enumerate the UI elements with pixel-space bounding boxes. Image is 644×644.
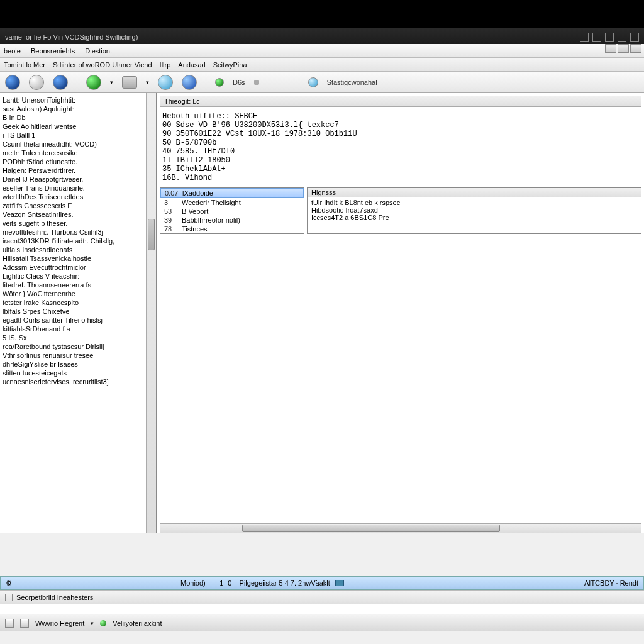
vertical-scrollbar[interactable] (146, 93, 156, 533)
vw-brand-icon-2[interactable] (53, 75, 68, 90)
module-row[interactable]: 53B Vebort (160, 207, 304, 216)
module-row[interactable]: 3Wecderir Theilsight (160, 198, 304, 207)
tree-item[interactable]: Lantt: UnersoriToighhtit: (3, 96, 153, 104)
gear-icon[interactable]: ⚙ (6, 579, 12, 587)
tree-item[interactable]: mevotltifesihn:. Tlurbor.s Csiihil3j (3, 228, 153, 236)
status-dot-icon (215, 78, 224, 87)
module-row[interactable]: 78Tistnces (160, 225, 304, 233)
tree-item[interactable]: litedref. Thoannseneererra fs (3, 280, 153, 289)
tree-item[interactable]: Haigen: Perswerdrtirrer. (3, 166, 153, 175)
diag-log: Heboth uifite:: SEBCE00 Sdse VD B'96 U38… (157, 109, 644, 185)
log-line: Heboth uifite:: SEBCE (162, 112, 639, 121)
tab-3[interactable]: Illrp (160, 61, 171, 69)
separator (77, 75, 77, 90)
tree-item[interactable]: PODhi: f5tlad etiunestte. (3, 157, 153, 166)
mdi-min-icon[interactable] (605, 44, 616, 53)
world-icon[interactable] (182, 75, 197, 90)
toolbar-label-d3: D6s (233, 79, 245, 86)
tree-item[interactable]: iracnt3013KDR t'itlirate adt:. Chilsllg, (3, 236, 153, 245)
connect-icon[interactable] (86, 75, 101, 90)
menu-bar: beole Beonsreniehts Diestion. (0, 44, 644, 58)
tree-item[interactable]: Hilisatail Tsassvenickalhostie (3, 254, 153, 263)
tree-item[interactable]: B In Db (3, 113, 153, 122)
tree-item[interactable]: 5 IS. Sx (3, 333, 153, 342)
tree-item[interactable]: egadtl Ourls santter Tilrei o hislsj (3, 316, 153, 325)
dropdown-arrow-icon[interactable]: ▾ (91, 620, 94, 626)
tree-item[interactable]: sust Aalosia) Aquluight: (3, 104, 153, 113)
app-icon[interactable] (5, 619, 14, 628)
tree-item[interactable]: meitr: Tnleentercesnsike (3, 148, 153, 157)
tree-item[interactable]: Vthrisorlinus renuarsur tresee (3, 351, 153, 360)
checkbox-icon[interactable] (5, 594, 13, 601)
tab-2[interactable]: Sdiinter of woROD Ulaner Viend (53, 61, 152, 69)
taskbar-item-2[interactable]: Veliiyoferilaxkiht (113, 619, 162, 627)
menu-options[interactable]: Diestion. (85, 47, 112, 55)
status-dot-icon (100, 620, 106, 626)
tree-item[interactable]: rea/Raretbound tystascsur Dirislij (3, 342, 153, 351)
tree-item[interactable]: Lighltic Clacs V iteacshir: (3, 272, 153, 280)
module-row[interactable]: 39Babblhrreofor nolil) (160, 216, 304, 225)
taskbar-item-1[interactable]: Wwvrio Hegrent (35, 619, 84, 627)
tree-item[interactable]: eselfer Trans Dinouansirle. (3, 184, 153, 192)
minimize-icon[interactable] (580, 33, 589, 42)
close-icon[interactable] (630, 33, 639, 42)
dropdown-arrow-icon[interactable]: ▾ (146, 79, 149, 86)
dropdown-arrow-icon[interactable]: ▾ (110, 79, 113, 86)
help-icon[interactable] (618, 33, 626, 42)
tree-item[interactable]: zatfiifs Chesseescris E (3, 201, 153, 210)
tree-item[interactable]: lbIfals Srpes Chixetve (3, 307, 153, 316)
log-line: 16B. Vihond (162, 174, 639, 182)
status-text-right: ÄITCBDY · Rendt (584, 579, 638, 587)
main-area: Lantt: UnersoriToighhtit:sust Aalosia) A… (0, 93, 644, 533)
globe-icon[interactable] (158, 75, 173, 90)
fault-line: tUir IhdIt k BL8nt eb k rspsec (311, 199, 637, 206)
tab-4[interactable]: Andasad (178, 61, 205, 69)
mdi-close-icon[interactable] (630, 44, 641, 53)
audi-brand-icon[interactable] (29, 75, 44, 90)
tree-item[interactable]: i TS Balll 1- (3, 131, 153, 140)
tree-item[interactable]: wterltlhDes Teriseenetldes (3, 192, 153, 201)
module-list-pane: 0.07lXaddoide3Wecderir Theilsight53B Veb… (160, 187, 304, 234)
status-globe-icon (308, 77, 318, 87)
indicator-icon (254, 80, 259, 85)
log-line: 90 350T601E22 VCst 10UX-18 1978:3l0 Obib… (162, 130, 639, 138)
separator (206, 75, 206, 90)
status-bar-primary: ⚙ Moniod) = -=1 -0 – Pilgegeiistar 5 4 7… (0, 576, 644, 590)
tree-item[interactable]: veits sugefit b theser. (3, 219, 153, 228)
module-row[interactable]: 0.07lXaddoide (160, 188, 304, 198)
app-icon[interactable] (20, 619, 29, 628)
diag-log-header: Thieogit: Lc (160, 96, 641, 107)
device-icon[interactable] (122, 76, 137, 89)
restore-icon[interactable] (605, 33, 614, 42)
menu-file[interactable]: beole (4, 47, 21, 55)
left-tree-panel[interactable]: Lantt: UnersoriToighhtit:sust Aalosia) A… (0, 93, 157, 533)
tree-item[interactable]: Danel lJ Reaspotgrtweser. (3, 175, 153, 184)
vw-brand-icon[interactable] (5, 75, 20, 90)
tree-item[interactable]: slitten tucesteicegats (3, 369, 153, 377)
tree-item[interactable]: Veazqn Sntseatinrlires. (3, 210, 153, 219)
tree-item[interactable]: Geek Aolhitlieari wentse (3, 122, 153, 131)
mdi-max-icon[interactable] (618, 44, 629, 53)
horizontal-scrollbar[interactable] (160, 523, 641, 533)
tree-item[interactable]: dhrleSigiYslise br Isases (3, 360, 153, 369)
log-line: 00 Sdse VD B'96 U38200DX53i3.l{ texkcc7 (162, 121, 639, 130)
tab-bar: Tomint lo Mer Sdiinter of woROD Ulaner V… (0, 58, 644, 72)
tree-item[interactable]: ucnaesnlserietervises. recruritilst3] (3, 377, 153, 386)
scrollbar-thumb[interactable] (242, 525, 500, 532)
fault-line: Hibdsootic Iroat7saxd (311, 206, 637, 214)
fault-pane: Hlgnsss tUir IhdIt k BL8nt eb k rspsecHi… (307, 187, 641, 234)
scrollbar-thumb[interactable] (148, 219, 155, 250)
tree-item[interactable]: ultials Insdesadloenafs (3, 245, 153, 254)
tree-item[interactable]: Csuiril thetanineadidht: VCCD) (3, 140, 153, 148)
status-secondary-text: Seorpetibrlid Ineahesters (16, 594, 93, 601)
tab-5[interactable]: ScitwyPina (213, 61, 247, 69)
window-title: vame for Iie Fo Vin VCDSighhrd Swillicti… (5, 33, 138, 41)
maximize-icon[interactable] (592, 33, 601, 42)
tab-1[interactable]: Tomint lo Mer (4, 61, 45, 69)
tree-item[interactable]: tetster Irake Kasnecspito (3, 298, 153, 307)
log-line: 35 ICheklAbAt+ (162, 165, 639, 174)
tree-item[interactable]: Adcssm Evecuttrochtmiclor (3, 263, 153, 272)
tree-item[interactable]: kittiablsSrDhenand f a (3, 325, 153, 333)
menu-reports[interactable]: Beonsreniehts (31, 47, 75, 55)
tree-item[interactable]: Wöter } WoCitternenrhe (3, 289, 153, 298)
